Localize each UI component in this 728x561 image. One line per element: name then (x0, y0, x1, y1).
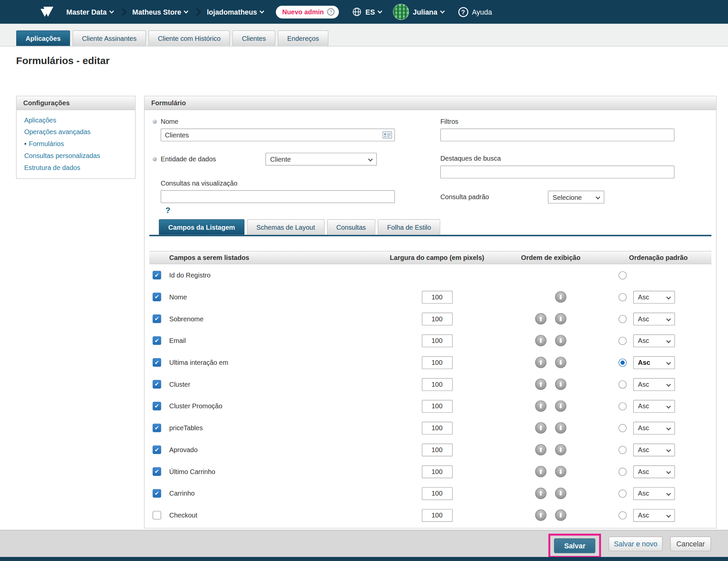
sort-direction-dropdown[interactable]: Asc (633, 313, 675, 325)
vtex-logo-icon[interactable] (40, 5, 54, 18)
help-question-link[interactable]: ? (165, 206, 172, 215)
field-checkbox[interactable] (153, 446, 161, 454)
field-width-input[interactable] (422, 487, 452, 500)
consulta-padrao-dropdown[interactable]: Selecione (548, 190, 604, 203)
sort-direction-dropdown[interactable]: Asc (633, 356, 675, 369)
move-up-icon[interactable]: ⬆ (535, 422, 546, 434)
default-sort-radio[interactable] (619, 337, 627, 345)
sort-direction-dropdown[interactable]: Asc (633, 509, 675, 522)
field-checkbox[interactable] (153, 511, 161, 520)
tab-consultas[interactable]: Consultas (327, 219, 375, 235)
sort-direction-dropdown[interactable]: Asc (633, 487, 675, 500)
default-sort-radio[interactable] (619, 446, 627, 454)
move-down-icon[interactable]: ⬇ (555, 291, 566, 303)
move-down-icon[interactable]: ⬇ (555, 510, 566, 521)
move-up-icon[interactable]: ⬆ (535, 444, 546, 456)
move-down-icon[interactable]: ⬇ (555, 400, 566, 412)
tab-folha-de-estilo[interactable]: Folha de Estilo (378, 219, 441, 235)
default-sort-radio[interactable] (619, 467, 627, 475)
new-admin-badge[interactable]: Nuevo admin ? (276, 5, 339, 18)
tab-enderecos[interactable]: Endereços (278, 30, 328, 46)
nome-input[interactable] (161, 128, 395, 141)
field-width-input[interactable] (422, 291, 452, 304)
master-data-menu[interactable]: Master Data (66, 8, 113, 16)
tab-schemas-de-layout[interactable]: Schemas de Layout (247, 219, 324, 235)
store-menu[interactable]: Matheus Store (132, 8, 188, 16)
tab-clientes[interactable]: Clientes (232, 30, 275, 46)
move-down-icon[interactable]: ⬇ (555, 357, 566, 368)
tab-cliente-assinantes[interactable]: Cliente Assinantes (73, 30, 146, 46)
locale-selector[interactable]: ES (365, 8, 382, 16)
move-down-icon[interactable]: ⬇ (555, 466, 566, 477)
field-width-input[interactable] (422, 465, 452, 478)
default-sort-radio[interactable] (619, 271, 627, 279)
default-sort-radio[interactable] (619, 424, 627, 432)
default-sort-radio[interactable] (619, 315, 627, 323)
field-width-input[interactable] (422, 313, 452, 325)
field-checkbox[interactable] (153, 424, 161, 432)
consultas-visualizacao-input[interactable] (161, 190, 395, 203)
sidebar-item-estrutura-de-dados[interactable]: Estrutura de dados (24, 162, 128, 174)
sort-direction-dropdown[interactable]: Asc (633, 378, 675, 391)
help-circle-icon[interactable]: ? (458, 7, 468, 17)
move-down-icon[interactable]: ⬇ (555, 444, 566, 456)
move-down-icon[interactable]: ⬇ (555, 422, 566, 434)
user-avatar[interactable] (393, 4, 409, 20)
sort-direction-dropdown[interactable]: Asc (633, 443, 675, 456)
tab-cliente-com-historico[interactable]: Cliente com Histórico (148, 30, 230, 46)
sort-direction-dropdown[interactable]: Asc (633, 422, 675, 435)
cancel-button[interactable]: Cancelar (670, 536, 711, 551)
tab-campos-da-listagem[interactable]: Campos da Listagem (159, 219, 244, 235)
field-width-input[interactable] (422, 509, 452, 522)
move-up-icon[interactable]: ⬆ (535, 335, 546, 346)
move-up-icon[interactable]: ⬆ (535, 510, 546, 521)
sort-direction-dropdown[interactable]: Asc (633, 334, 675, 347)
default-sort-radio[interactable] (619, 359, 627, 367)
move-down-icon[interactable]: ⬇ (555, 335, 566, 346)
filtros-input[interactable] (440, 128, 675, 141)
field-width-input[interactable] (422, 378, 452, 391)
sidebar-item-consultas-personalizadas[interactable]: Consultas personalizadas (24, 150, 128, 162)
sort-direction-dropdown[interactable]: Asc (633, 400, 675, 413)
tab-aplicacoes[interactable]: Aplicações (16, 30, 70, 46)
entidade-dropdown[interactable]: Cliente (265, 153, 377, 166)
default-sort-radio[interactable] (619, 293, 627, 301)
field-checkbox[interactable] (153, 315, 161, 323)
field-width-input[interactable] (422, 334, 452, 347)
sidebar-item-aplicacoes[interactable]: Aplicações (24, 114, 128, 126)
move-up-icon[interactable]: ⬆ (535, 379, 546, 390)
move-down-icon[interactable]: ⬇ (555, 488, 566, 499)
help-link[interactable]: Ayuda (472, 8, 492, 16)
move-up-icon[interactable]: ⬆ (535, 488, 546, 499)
field-checkbox[interactable] (153, 402, 161, 410)
default-sort-radio[interactable] (619, 380, 627, 388)
move-down-icon[interactable]: ⬇ (555, 379, 566, 390)
default-sort-radio[interactable] (619, 402, 627, 410)
field-width-input[interactable] (422, 356, 452, 369)
account-menu[interactable]: lojadomatheus (207, 8, 264, 16)
field-checkbox[interactable] (153, 489, 161, 498)
move-down-icon[interactable]: ⬇ (555, 313, 566, 324)
sort-direction-dropdown[interactable]: Asc (633, 465, 675, 478)
field-checkbox[interactable] (153, 336, 161, 345)
field-checkbox[interactable] (153, 467, 161, 476)
default-sort-radio[interactable] (619, 489, 627, 497)
field-width-input[interactable] (422, 422, 452, 435)
save-and-new-button[interactable]: Salvar e novo (609, 536, 663, 551)
move-up-icon[interactable]: ⬆ (535, 466, 546, 477)
sort-direction-dropdown[interactable]: Asc (633, 291, 675, 304)
field-checkbox[interactable] (153, 380, 161, 389)
move-up-icon[interactable]: ⬆ (535, 400, 546, 412)
user-menu[interactable]: Juliana (413, 8, 444, 16)
field-width-input[interactable] (422, 443, 452, 456)
contact-card-icon[interactable] (382, 131, 392, 140)
sidebar-item-formularios[interactable]: •Formulários (24, 138, 128, 150)
default-sort-radio[interactable] (619, 511, 627, 519)
field-checkbox[interactable] (153, 358, 161, 367)
field-checkbox[interactable] (153, 271, 161, 279)
help-circle-icon[interactable]: ? (327, 8, 335, 16)
sidebar-item-operacoes-avancadas[interactable]: Operações avançadas (24, 126, 128, 138)
move-up-icon[interactable]: ⬆ (535, 313, 546, 324)
field-checkbox[interactable] (153, 293, 161, 302)
field-width-input[interactable] (422, 400, 452, 413)
